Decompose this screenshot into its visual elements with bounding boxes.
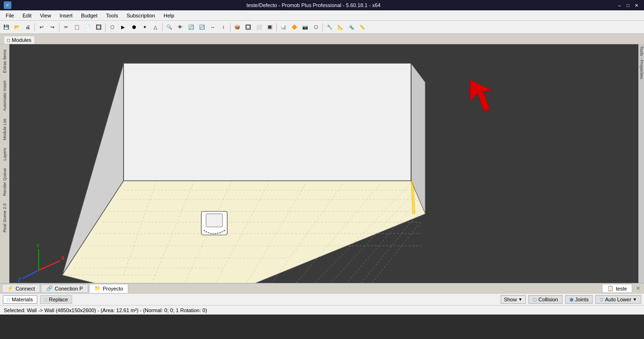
toolbar-btn-0[interactable]: 💾 [1,22,11,32]
collision-label: Collision [538,297,558,302]
joints-button[interactable]: ⬢ Joints [565,295,593,304]
titlebar-icon: P [4,1,11,9]
status-text: Selected: Wall -> Wall (4850x150x2600) -… [4,307,207,313]
right-panel: Tools - Properties [638,44,644,283]
sidebar-tab-real-scene[interactable]: Real Scene 2.0 [1,200,8,236]
titlebar: P teste/Defecto - Promob Plus Profession… [0,0,644,10]
sidebar-tab-module-list[interactable]: Module List [1,115,8,144]
connect-label: Connect [16,286,35,291]
toolbar-btn-14[interactable]: ⬢ [129,22,139,32]
toolbar-btn-30[interactable]: 📊 [278,22,289,32]
toolbar-btn-5[interactable]: ↪ [47,22,58,32]
tab-connect[interactable]: ⚡ Connect [2,284,40,293]
toolbar-separator [276,23,277,32]
svg-text:X: X [61,256,65,261]
svg-text:Z: Z [18,277,21,282]
right-tab-tools[interactable]: Tools - Properties [639,44,644,81]
toolbar-btn-25[interactable]: 📦 [232,22,242,32]
footer-toolbar: □ Materials □ Replace Show ▼ ⬡ Collision… [0,293,644,305]
sidebar-tab-auto-insert[interactable]: Automatic Insert [1,77,8,114]
sidebar-tab-extras[interactable]: Extras Items [1,46,8,76]
svg-marker-1 [124,63,411,181]
menu-item-edit[interactable]: Edit [19,12,35,19]
auto-lower-label: Auto Lower [605,297,631,302]
toolbar-btn-22[interactable]: ↔ [207,22,218,32]
toolbar-btn-19[interactable]: 👁 [175,22,185,32]
toolbar-btn-35[interactable]: 🔧 [324,22,335,32]
toolbar-separator [322,23,323,32]
toolbar-btn-9[interactable]: 📄 [83,22,93,32]
toolbar-btn-2[interactable]: 🖨 [23,22,33,32]
view-tab-teste[interactable]: 📋 teste [602,284,632,293]
svg-rect-28 [206,214,223,227]
main-area: Extras Items Automatic Insert Module Lis… [0,44,644,283]
toolbar-btn-36[interactable]: 📐 [335,22,346,32]
materials-icon: □ [7,297,10,302]
conection-icon: 🔗 [46,285,53,291]
toolbar-btn-31[interactable]: 🔶 [289,22,299,32]
toolbar-btn-32[interactable]: 📷 [300,22,310,32]
toolbar-btn-7[interactable]: ✂ [61,22,71,32]
toolbar-btn-1[interactable]: 📂 [12,22,22,32]
viewport: X Y Z [9,44,638,283]
menu-item-budget[interactable]: Budget [77,12,101,19]
toolbar-btn-12[interactable]: ⬡ [107,22,117,32]
scene-canvas: X Y Z [9,44,638,283]
tab-conection-p[interactable]: 🔗 Conection P [41,284,88,293]
toolbar-btn-13[interactable]: ▶ [118,22,128,32]
minimize-button[interactable]: – [616,1,623,9]
toolbar-btn-18[interactable]: 🔍 [164,22,174,32]
tab-proyecto[interactable]: 📁 Proyecto [89,284,128,293]
toolbar-btn-28[interactable]: 🔳 [264,22,275,32]
titlebar-controls: – □ ✕ [616,1,640,9]
bottom-tabs: ⚡ Connect 🔗 Conection P 📁 Proyecto 📋 tes… [0,283,644,293]
show-dropdown-icon: ▼ [518,297,522,302]
sidebar-tab-layers[interactable]: Layers [1,145,8,164]
toolbar-btn-15[interactable]: ✦ [140,22,150,32]
close-view-tab[interactable]: ✕ [634,284,642,292]
collision-icon: ⬡ [533,297,537,302]
toolbar-btn-16[interactable]: △ [150,22,161,32]
toolbar-btn-23[interactable]: ↕ [218,22,229,32]
collision-button[interactable]: ⬡ Collision [528,295,562,304]
menu-item-view[interactable]: View [36,12,55,19]
toolbar-btn-26[interactable]: 🔲 [243,22,253,32]
toolbar-btn-33[interactable]: ⬡ [311,22,321,32]
modules-tab[interactable]: □ Modules [4,36,35,44]
menu-item-file[interactable]: File [2,12,18,19]
sidebar-tab-render[interactable]: Render Queue [1,165,8,199]
svg-text:Y: Y [36,243,40,249]
toolbar-separator [34,23,35,32]
menu-item-tools[interactable]: Tools [102,12,122,19]
materials-button[interactable]: □ Materials [3,295,37,304]
toolbar-btn-27[interactable]: ⬜ [254,22,264,32]
toolbar-separator [162,23,163,32]
menu-item-subscription[interactable]: Subscription [123,12,159,19]
toolbar-btn-4[interactable]: ↩ [36,22,47,32]
joints-label: Joints [575,297,589,302]
menu-item-insert[interactable]: Insert [56,12,76,19]
replace-button[interactable]: □ Replace [40,295,72,304]
toolbar-btn-38[interactable]: 📏 [357,22,367,32]
replace-label: Replace [49,297,68,302]
toolbar-btn-21[interactable]: 🔃 [197,22,207,32]
proyecto-icon: 📁 [94,285,101,291]
toolbar-btn-8[interactable]: 📋 [72,22,82,32]
auto-lower-button[interactable]: ▽ Auto Lower ▼ [595,295,641,304]
close-button[interactable]: ✕ [633,1,640,9]
connect-icon: ⚡ [7,285,14,291]
joints-icon: ⬢ [570,297,574,302]
toolbar-btn-10[interactable]: 🔲 [93,22,104,32]
toolbar-btn-20[interactable]: 🔄 [186,22,196,32]
maximize-button[interactable]: □ [624,1,632,9]
statusbar: Selected: Wall -> Wall (4850x150x2600) -… [0,305,644,315]
replace-icon: □ [44,297,47,302]
toolbar-btn-37[interactable]: 🔩 [346,22,356,32]
bottom-right: 📋 teste ✕ [602,284,642,293]
menubar: FileEditViewInsertBudgetToolsSubscriptio… [0,10,644,21]
toolbar-separator [105,23,106,32]
menu-item-help[interactable]: Help [160,12,178,19]
left-sidebar: Extras Items Automatic Insert Module Lis… [0,44,9,283]
toolbar-separator [230,23,231,32]
show-button[interactable]: Show ▼ [501,295,526,304]
